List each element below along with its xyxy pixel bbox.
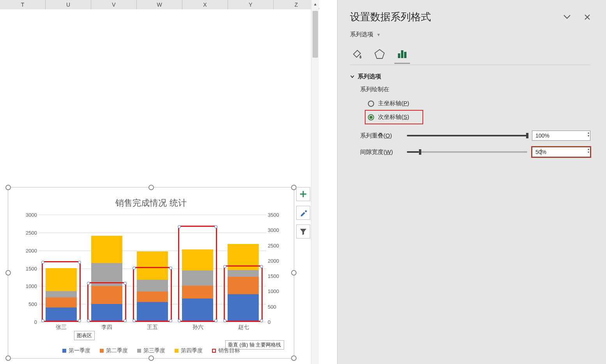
category-group[interactable] <box>175 215 221 322</box>
series-selection-handle[interactable] <box>223 319 226 322</box>
legend-swatch <box>212 349 216 353</box>
y-axis-primary[interactable]: 050010001500200025003000 <box>20 215 39 322</box>
legend-label: 销售目标 <box>218 347 240 354</box>
chart-add-element-button[interactable] <box>296 187 310 201</box>
category-group[interactable] <box>39 215 84 322</box>
y-tick-label: 0 <box>268 319 270 325</box>
column-header[interactable]: W <box>137 0 182 9</box>
series-selection-handle[interactable] <box>124 319 127 322</box>
resize-handle[interactable] <box>5 270 11 276</box>
pane-close-button[interactable] <box>584 14 590 20</box>
target-bar[interactable] <box>178 226 217 322</box>
y-tick-label: 3000 <box>26 212 37 218</box>
svg-rect-1 <box>398 53 400 58</box>
input-value: 100% <box>535 133 549 139</box>
legend-item[interactable]: 第四季度 <box>175 347 203 354</box>
chart-grid[interactable] <box>39 215 266 322</box>
target-bar[interactable] <box>87 282 126 322</box>
series-selection-handle[interactable] <box>78 261 81 264</box>
series-selection-handle[interactable] <box>124 282 127 285</box>
radio-label: 次坐标轴(S) <box>378 113 409 121</box>
x-axis-labels[interactable]: 张三李四王五孙六赵七 <box>39 324 266 333</box>
vertical-scrollbar[interactable]: ▲ <box>311 0 319 364</box>
scrollbar-thumb[interactable] <box>313 11 318 58</box>
legend-item[interactable]: 第一季度 <box>62 347 90 354</box>
y-tick-label: 1000 <box>268 288 279 294</box>
category-group[interactable] <box>130 215 175 322</box>
bar-segment[interactable] <box>91 236 122 263</box>
resize-handle[interactable] <box>5 355 11 361</box>
legend-swatch <box>175 349 178 353</box>
chart-filter-button[interactable] <box>296 224 310 239</box>
y-axis-secondary[interactable]: 0500100015002000250030003500 <box>266 215 285 322</box>
section-title: 系列选项 <box>358 73 381 80</box>
gap-width-slider[interactable] <box>407 151 527 153</box>
scroll-up-arrow[interactable]: ▲ <box>311 0 319 8</box>
series-options-dropdown[interactable]: 系列选项 ▼ <box>350 31 590 38</box>
legend-item[interactable]: 销售目标 <box>212 347 240 354</box>
series-selection-handle[interactable] <box>169 319 172 322</box>
series-selection-handle[interactable] <box>133 319 136 322</box>
series-selection-handle[interactable] <box>223 265 226 268</box>
target-bar[interactable] <box>133 267 172 322</box>
format-data-series-pane: 设置数据系列格式 系列选项 ▼ 系列 <box>337 0 606 364</box>
legend-item[interactable]: 第三季度 <box>137 347 165 354</box>
svg-marker-0 <box>375 49 384 58</box>
pane-collapse-button[interactable] <box>563 14 571 20</box>
target-bar[interactable] <box>42 261 81 322</box>
column-header[interactable]: U <box>46 0 91 9</box>
resize-handle[interactable] <box>148 355 154 361</box>
series-selection-handle[interactable] <box>214 319 217 322</box>
resize-handle[interactable] <box>291 355 297 361</box>
series-selection-handle[interactable] <box>78 319 81 322</box>
series-selection-handle[interactable] <box>260 319 263 322</box>
chart-object[interactable]: 销售完成情况 统计 050010001500200025003000 05001… <box>8 187 294 359</box>
chart-styles-button[interactable] <box>296 206 310 220</box>
y-tick-label: 0 <box>34 319 37 325</box>
series-overlap-slider[interactable] <box>407 135 527 136</box>
y-tick-label: 2500 <box>26 230 37 235</box>
column-header[interactable]: X <box>182 0 228 9</box>
tab-effects[interactable] <box>373 47 387 61</box>
series-selection-handle[interactable] <box>41 319 44 322</box>
series-overlap-input[interactable]: 100% ▴▾ <box>532 131 590 141</box>
column-header[interactable]: V <box>91 0 137 9</box>
radio-icon <box>368 114 374 120</box>
series-selection-handle[interactable] <box>87 319 90 322</box>
tab-fill-line[interactable] <box>350 47 364 61</box>
radio-icon <box>368 101 374 107</box>
plot-area[interactable]: 050010001500200025003000 050010001500200… <box>20 215 285 326</box>
resize-handle[interactable] <box>148 185 154 190</box>
plot-on-label: 系列绘制在 <box>360 86 590 93</box>
legend-label: 第一季度 <box>69 347 90 354</box>
category-group[interactable] <box>221 215 266 322</box>
legend-item[interactable]: 第二季度 <box>100 347 128 354</box>
series-selection-handle[interactable] <box>87 282 90 285</box>
column-header[interactable]: T <box>0 0 46 9</box>
series-selection-handle[interactable] <box>214 225 217 228</box>
series-selection-handle[interactable] <box>260 265 263 268</box>
legend-swatch <box>137 349 141 353</box>
target-bar[interactable] <box>224 265 263 322</box>
gap-width-input[interactable]: 50% ▴▾ <box>532 147 590 157</box>
column-header[interactable]: Y <box>228 0 274 9</box>
chart-title[interactable]: 销售完成情况 统计 <box>8 197 294 209</box>
radio-primary-axis[interactable]: 主坐标轴(P) <box>366 97 590 110</box>
category-group[interactable] <box>84 215 130 322</box>
tab-series-options[interactable] <box>395 47 409 61</box>
gridline <box>39 322 266 322</box>
series-selection-handle[interactable] <box>169 267 172 270</box>
resize-handle[interactable] <box>291 185 297 190</box>
series-selection-handle[interactable] <box>41 261 44 264</box>
section-toggle-series-options[interactable]: 系列选项 <box>350 73 590 80</box>
resize-handle[interactable] <box>291 270 297 276</box>
series-selection-handle[interactable] <box>178 319 181 322</box>
y-tick-label: 3000 <box>268 227 279 233</box>
series-selection-handle[interactable] <box>178 225 181 228</box>
spinner-icon[interactable]: ▴▾ <box>588 131 589 138</box>
series-selection-handle[interactable] <box>133 267 136 270</box>
resize-handle[interactable] <box>5 185 11 190</box>
spinner-icon[interactable]: ▴▾ <box>588 148 589 154</box>
radio-secondary-axis[interactable]: 次坐标轴(S) <box>365 110 423 124</box>
chart-legend[interactable]: 第一季度 图表区 第二季度 第三季度 第四季度 销售目标 <box>8 347 294 354</box>
